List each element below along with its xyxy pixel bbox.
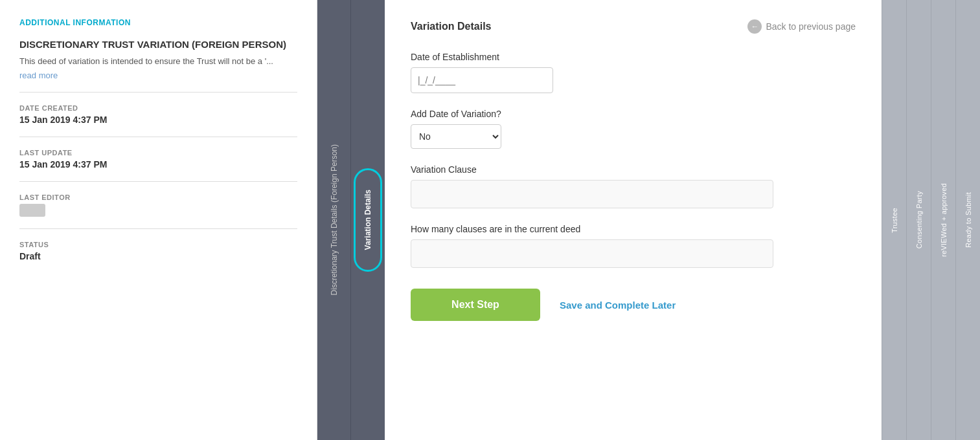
date-establishment-label: Date of Establishment bbox=[411, 52, 856, 62]
doc-description: This deed of variation is intended to en… bbox=[19, 55, 297, 68]
clauses-count-group: How many clauses are in the current deed bbox=[411, 224, 856, 268]
rtab-ready-to-submit[interactable]: Ready to Submit bbox=[955, 0, 980, 440]
rtab-reviewed-approved-label: reVIEWed + approved bbox=[940, 183, 948, 257]
date-establishment-group: Date of Establishment bbox=[411, 52, 856, 93]
right-tabs: Trustee Consenting Party reVIEWed + appr… bbox=[882, 0, 980, 440]
status-label: STATUS bbox=[19, 241, 297, 248]
avatar bbox=[19, 204, 45, 217]
add-date-variation-label: Add Date of Variation? bbox=[411, 109, 856, 119]
tab-variation-details[interactable]: Variation Details bbox=[354, 168, 382, 272]
tab-discretionary-trust-details-label: Discretionary Trust Details (Foreign Per… bbox=[330, 144, 339, 295]
divider-1 bbox=[19, 92, 297, 93]
last-update-label: LAST UPDATE bbox=[19, 149, 297, 157]
add-date-variation-group: Add Date of Variation? No Yes bbox=[411, 109, 856, 149]
back-to-previous-link[interactable]: ← Back to previous page bbox=[747, 19, 856, 34]
tab-variation-details-label: Variation Details bbox=[363, 190, 372, 250]
date-created-value: 15 Jan 2019 4:37 PM bbox=[19, 115, 297, 125]
variation-clause-group: Variation Clause bbox=[411, 164, 856, 208]
tab-variation-details-wrapper: Variation Details bbox=[351, 0, 385, 440]
variation-clause-label: Variation Clause bbox=[411, 164, 856, 175]
rtab-reviewed-approved[interactable]: reVIEWed + approved bbox=[931, 0, 955, 440]
vertical-tabs: Discretionary Trust Details (Foreign Per… bbox=[317, 0, 385, 440]
next-step-button[interactable]: Next Step bbox=[411, 289, 540, 321]
date-establishment-input[interactable] bbox=[411, 67, 553, 93]
main-area: Discretionary Trust Details (Foreign Per… bbox=[317, 0, 980, 440]
additional-info-label: ADDITIONAL INFORMATION bbox=[19, 18, 297, 27]
variation-clause-input[interactable] bbox=[411, 180, 773, 208]
divider-4 bbox=[19, 228, 297, 229]
rtab-consenting-party[interactable]: Consenting Party bbox=[906, 0, 931, 440]
add-date-variation-select[interactable]: No Yes bbox=[411, 124, 501, 149]
back-link-label: Back to previous page bbox=[766, 21, 856, 32]
clauses-count-label: How many clauses are in the current deed bbox=[411, 224, 856, 234]
rtab-trustee-label: Trustee bbox=[891, 208, 898, 233]
divider-2 bbox=[19, 137, 297, 137]
last-editor-label: LAST EDITOR bbox=[19, 193, 297, 201]
divider-3 bbox=[19, 181, 297, 182]
rtab-ready-to-submit-label: Ready to Submit bbox=[964, 192, 972, 248]
read-more-link[interactable]: read more bbox=[19, 71, 297, 80]
doc-title: DISCRETIONARY TRUST VARIATION (FOREIGN P… bbox=[19, 39, 297, 50]
date-created-label: DATE CREATED bbox=[19, 104, 297, 112]
form-actions: Next Step Save and Complete Later bbox=[411, 289, 856, 321]
content-area: Variation Details ← Back to previous pag… bbox=[385, 0, 882, 440]
status-value: Draft bbox=[19, 251, 297, 261]
rtab-trustee[interactable]: Trustee bbox=[882, 0, 906, 440]
content-header: Variation Details ← Back to previous pag… bbox=[411, 19, 856, 34]
back-arrow-icon: ← bbox=[747, 19, 762, 34]
content-title: Variation Details bbox=[411, 21, 492, 32]
left-sidebar: ADDITIONAL INFORMATION DISCRETIONARY TRU… bbox=[0, 0, 317, 440]
save-later-button[interactable]: Save and Complete Later bbox=[560, 300, 676, 311]
last-update-value: 15 Jan 2019 4:37 PM bbox=[19, 159, 297, 170]
rtab-consenting-party-label: Consenting Party bbox=[915, 191, 923, 248]
tab-discretionary-trust-details[interactable]: Discretionary Trust Details (Foreign Per… bbox=[317, 0, 351, 440]
clauses-count-input[interactable] bbox=[411, 239, 773, 268]
